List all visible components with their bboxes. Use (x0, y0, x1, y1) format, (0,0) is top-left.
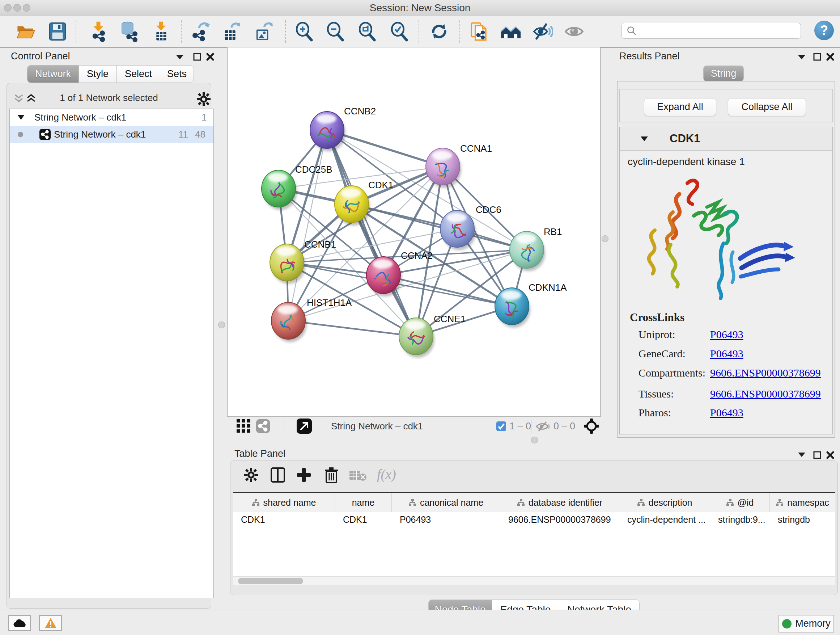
control-panel-menu-icon[interactable] (176, 55, 183, 60)
import-network-database-icon[interactable] (118, 21, 139, 42)
cell-canonical-name[interactable]: P06493 (392, 512, 500, 527)
entry-expander-icon[interactable] (641, 136, 648, 141)
network-row-selected[interactable]: String Network – cdk1 11 48 (10, 126, 213, 143)
birds-eye-crosshair-icon[interactable] (584, 418, 599, 434)
netbar-separator (531, 420, 531, 432)
results-panel-menu-icon[interactable] (798, 55, 805, 60)
window-title: Session: New Session (0, 0, 840, 16)
column-header-description[interactable]: description (619, 493, 710, 512)
search-input[interactable] (637, 25, 801, 36)
crosslink-genecard-link[interactable]: P06493 (710, 348, 744, 360)
search-box[interactable] (622, 23, 801, 39)
apply-layout-icon[interactable] (429, 21, 450, 42)
splitter-handle-bottom[interactable] (531, 437, 538, 443)
network-collection-row[interactable]: String Network – cdk1 1 (10, 109, 213, 126)
splitter-handle-right[interactable] (602, 235, 608, 242)
tab-sets[interactable]: Sets (160, 65, 194, 83)
export-image-icon[interactable] (253, 21, 273, 42)
cloud-status-button[interactable] (8, 615, 31, 631)
cell-database-identifier[interactable]: 9606.ENSP00000378699 (500, 512, 619, 527)
tab-string[interactable]: String (703, 65, 744, 81)
crosslink-uniprot-link[interactable]: P06493 (710, 328, 744, 340)
network-node-HIST1H1A[interactable]: HIST1H1A (271, 297, 352, 342)
control-panel-float-icon[interactable] (193, 53, 201, 61)
table-options-gear-icon[interactable] (244, 468, 258, 482)
expand-all-button[interactable]: Expand All (644, 98, 716, 116)
save-session-icon[interactable] (47, 21, 68, 42)
tab-network[interactable]: Network (27, 65, 79, 83)
column-header-id[interactable]: @id (710, 493, 770, 512)
network-edge-HIST1H1A-CCNE1[interactable] (288, 321, 416, 336)
column-header-database-identifier[interactable]: database identifier (500, 493, 619, 512)
network-node-CCNE1[interactable]: CCNE1 (399, 314, 466, 358)
select-columns-icon[interactable] (271, 467, 285, 483)
cell-namespace[interactable]: stringdb (770, 512, 835, 527)
help-button[interactable]: ? (814, 21, 834, 40)
crosslink-tissues-link[interactable]: 9606.ENSP00000378699 (710, 388, 821, 400)
network-node-CDC6[interactable]: CDC6 (440, 204, 501, 250)
network-options-gear-icon[interactable] (197, 92, 210, 106)
network-view-mode-icon[interactable] (256, 419, 270, 433)
export-network-icon[interactable] (189, 21, 210, 42)
cell-shared-name[interactable]: CDK1 (233, 512, 335, 527)
crosslink-compartments-link[interactable]: 9606.ENSP00000378699 (710, 367, 821, 379)
table-horizontal-scrollbar[interactable] (233, 576, 835, 585)
collapse-all-button[interactable]: Collapse All (728, 98, 806, 116)
network-node-CDKN1A[interactable]: CDKN1A (495, 282, 567, 328)
show-hidden-icon[interactable] (564, 21, 584, 42)
results-panel-float-icon[interactable] (813, 53, 821, 61)
hide-selected-icon[interactable] (532, 21, 553, 42)
cell-id[interactable]: stringdb:9... (710, 512, 770, 527)
delete-column-trash-icon[interactable] (324, 467, 339, 483)
tab-style[interactable]: Style (79, 65, 117, 83)
selected-checkbox-icon[interactable] (496, 421, 506, 431)
column-type-icon (775, 499, 783, 507)
table-row[interactable]: CDK1 CDK1 P06493 9606.ENSP00000378699 cy… (233, 512, 835, 527)
delete-table-icon-disabled (349, 470, 367, 481)
table-panel-close-icon[interactable] (826, 451, 834, 459)
network-node-RB1[interactable]: RB1 (510, 226, 562, 271)
zoom-in-icon[interactable] (294, 21, 315, 42)
results-panel-close-icon[interactable] (826, 53, 834, 61)
warnings-button[interactable] (39, 615, 62, 631)
import-network-file-icon[interactable] (88, 21, 109, 42)
detach-view-icon[interactable] (297, 418, 312, 434)
network-node-CCNB2[interactable]: CCNB2 (310, 106, 376, 151)
cdk1-entry-header[interactable]: CDK1 (620, 127, 832, 150)
control-panel-close-icon[interactable] (206, 53, 214, 61)
tree-expander-icon[interactable] (18, 115, 24, 120)
network-node-CCNA1[interactable]: CCNA1 (426, 143, 492, 188)
memory-label: Memory (795, 618, 831, 629)
show-all-icon[interactable] (500, 21, 521, 42)
network-row-label: String Network – cdk1 (54, 126, 146, 143)
network-canvas[interactable]: CCNB2CCNA1CDC25BCDK1CDC6RB1CCNB1CCNA2CDK… (227, 47, 600, 416)
column-header-canonical-name[interactable]: canonical name (392, 493, 500, 512)
splitter-handle-left[interactable] (218, 321, 225, 328)
column-header-name[interactable]: name (335, 493, 392, 512)
zoom-out-icon[interactable] (325, 21, 346, 42)
table-panel-float-icon[interactable] (813, 451, 821, 459)
import-table-file-icon[interactable] (150, 21, 172, 42)
zoom-selected-icon[interactable] (389, 21, 410, 42)
column-header-namespace[interactable]: namespac (770, 493, 835, 512)
crosslink-pharos-link[interactable]: P06493 (710, 407, 744, 419)
netbar-separator (284, 420, 284, 432)
cell-description[interactable]: cyclin-dependent ... (619, 512, 710, 527)
network-node-CCNB1[interactable]: CCNB1 (270, 239, 336, 284)
memory-button[interactable]: Memory (778, 615, 834, 632)
open-session-icon[interactable] (15, 21, 36, 42)
network-edge-CCNB2-HIST1H1A[interactable] (288, 130, 327, 321)
table-panel-menu-icon[interactable] (798, 453, 805, 458)
hidden-count-badge: 0 – 0 (554, 417, 575, 435)
clone-network-icon[interactable] (468, 21, 489, 42)
scrollbar-thumb[interactable] (238, 578, 303, 584)
column-header-shared-name[interactable]: shared name (233, 493, 335, 512)
crosslink-label: Pharos: (638, 407, 671, 419)
export-table-icon[interactable] (220, 21, 241, 42)
grid-view-icon[interactable] (237, 419, 251, 433)
tab-select[interactable]: Select (117, 65, 160, 83)
zoom-fit-content-icon[interactable] (357, 21, 378, 42)
cell-name[interactable]: CDK1 (335, 512, 392, 527)
add-column-icon[interactable] (297, 467, 311, 483)
network-node-label: CCNA2 (401, 250, 433, 261)
